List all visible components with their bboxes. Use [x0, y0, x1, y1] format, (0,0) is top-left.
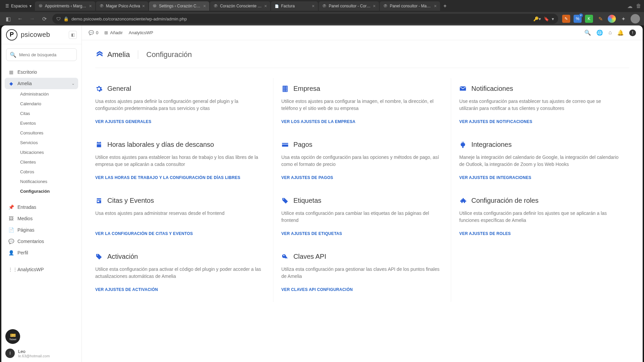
sidebar-search[interactable]: 🔍: [6, 48, 77, 61]
globe-icon[interactable]: 🌐: [596, 29, 603, 36]
sidebar-subitem[interactable]: Administración: [13, 89, 78, 99]
card-link[interactable]: VER AJUSTES DE ROLES: [459, 231, 619, 236]
profile-avatar[interactable]: [631, 14, 640, 23]
sidebar-item-pages[interactable]: 📄 Páginas: [5, 224, 78, 236]
card-description: Utilice esta configuración para activar …: [95, 266, 263, 280]
sidebar-item-desktop[interactable]: ▦ Escritorio: [5, 66, 78, 78]
tags-icon: [281, 197, 289, 204]
sidebar-item-profile[interactable]: 👤 Perfil: [5, 247, 78, 258]
card-link[interactable]: VER LA CONFIGURACIÓN DE CITAS Y EVENTOS: [95, 231, 263, 236]
rainbow-ext-icon[interactable]: [608, 15, 616, 23]
topbar-comments[interactable]: 💬 0: [89, 30, 98, 35]
brand-logo-icon: P: [6, 29, 17, 41]
address-bar[interactable]: 🛡 🔒 demo.psicoweb.co/corazonconsciente/w…: [52, 14, 558, 24]
card-link[interactable]: VER LAS HORAS DE TRABAJO Y LA CONFIGURAC…: [95, 175, 263, 180]
card-link[interactable]: VER AJUSTES DE ACTIVACIÓN: [95, 287, 263, 292]
bell-icon[interactable]: 🔔: [617, 29, 624, 36]
user-profile[interactable]: l Leo le.63@hotmail.com: [5, 349, 77, 358]
browser-tab[interactable]: ⓟPanel consultor - Corazón×: [319, 1, 379, 11]
browser-tabs: ☰ Espacios ▾ ⓌAppointments ‹ Marga Ps×ⓟM…: [0, 0, 644, 12]
close-icon[interactable]: ×: [89, 3, 92, 9]
card-link[interactable]: VER AJUSTES DE INTEGRACIONES: [459, 175, 619, 180]
search-input[interactable]: [19, 52, 75, 57]
close-icon[interactable]: ×: [373, 3, 376, 9]
card-link[interactable]: VER LOS AJUSTES DE LA EMPRESA: [281, 119, 441, 124]
trash-icon[interactable]: 🗑: [636, 3, 641, 9]
card-title: General: [107, 85, 131, 93]
percent-ext-icon[interactable]: %P: [574, 15, 582, 23]
topbar-analytics-label: AnalyticsWP: [129, 30, 153, 35]
browser-tab[interactable]: ⓌSettings ‹ Corazón Cons×: [149, 1, 209, 11]
sidebar-item-analytics[interactable]: ⋮⋮ AnalyticsWP: [5, 264, 78, 275]
marker-ext-icon[interactable]: ✎: [596, 15, 604, 23]
settings-card: Claves API Utiliza esta configuración pa…: [273, 246, 451, 302]
sidebar-subitem[interactable]: Eventos: [13, 118, 78, 128]
close-icon[interactable]: ×: [203, 3, 206, 9]
card-link[interactable]: VER CLAVES API CONFIGURACIÓN: [281, 287, 441, 292]
pen-ext-icon[interactable]: ✎: [562, 15, 570, 23]
sidebar-toggle-icon[interactable]: ◧: [4, 16, 12, 22]
settings-card: Configuración de roles Utilice esta conf…: [451, 190, 629, 246]
chevron-down-icon: ▾: [30, 4, 32, 8]
reload-button[interactable]: ⟳: [40, 16, 48, 22]
back-button[interactable]: ←: [16, 16, 24, 22]
sidebar-subitem[interactable]: Calendario: [13, 99, 78, 109]
browser-tab[interactable]: ⓟCorazón Consciente - Des×: [210, 1, 270, 11]
close-icon[interactable]: ×: [142, 3, 145, 9]
browser-tab[interactable]: ⓟMagar Psico Activa×: [96, 1, 148, 11]
close-icon[interactable]: ×: [312, 3, 315, 9]
browser-tab[interactable]: 📄Factura×: [271, 1, 318, 11]
k-ext-icon[interactable]: K: [585, 15, 593, 23]
sidebar-item-entries[interactable]: 📌 Entradas: [5, 201, 78, 213]
card-description: Usa estos ajustes para administrar reser…: [95, 210, 263, 224]
card-link[interactable]: VER AJUSTES DE ETIQUETAS: [281, 231, 441, 236]
sidebar-subitem[interactable]: Ubicaciones: [13, 147, 78, 157]
sidebar-item-comments[interactable]: 💬 Comentarios: [5, 236, 78, 247]
sidebar-subitem[interactable]: Cobros: [13, 167, 78, 177]
card-link[interactable]: VER AJUSTES GENERALES: [95, 119, 263, 124]
card-description: Utilice estos ajustes para establecer la…: [95, 154, 263, 168]
card-title: Etiquetas: [293, 197, 321, 204]
plug-icon: [459, 141, 467, 148]
card-link[interactable]: VER AJUSTES DE PAGOS: [281, 175, 441, 180]
sidebar-subitem[interactable]: Citas: [13, 109, 78, 118]
sidebar-subitem[interactable]: Clientes: [13, 157, 78, 167]
media-icon: 🖼: [8, 216, 14, 221]
plus-icon: ⊞: [104, 30, 108, 35]
bookmark-icon[interactable]: 🔖: [544, 16, 549, 21]
sidebar-subitem[interactable]: Servicios: [13, 138, 78, 147]
new-tab-button[interactable]: +: [441, 2, 449, 10]
close-icon[interactable]: ×: [434, 3, 437, 9]
chevron-down-icon[interactable]: ▾: [552, 16, 554, 21]
ticket-label: Ticket: [9, 338, 16, 341]
card-link[interactable]: VER AJUSTES DE NOTIFICACIONES: [459, 119, 619, 124]
browser-tab[interactable]: ⓌAppointments ‹ Marga Ps×: [35, 1, 95, 11]
card-title: Empresa: [293, 85, 320, 93]
home-icon[interactable]: ⌂: [608, 29, 612, 36]
tab-group-menu[interactable]: ☰ Espacios ▾: [3, 4, 34, 8]
close-icon[interactable]: ×: [264, 3, 267, 9]
browser-tab[interactable]: ⓟPanel consultor - Marga P×: [380, 1, 440, 11]
sidebar-item-label: Perfil: [17, 250, 28, 255]
cloud-icon[interactable]: ☁: [627, 3, 633, 9]
sidebar-subitem[interactable]: Configuración: [13, 186, 78, 196]
ticket-button[interactable]: 🎫 Ticket: [5, 329, 20, 344]
card-description: Utilice esta configuración para cambiar …: [281, 210, 441, 224]
lock-icon: 🔒: [63, 16, 69, 21]
brand-name: psicoweb: [21, 31, 50, 39]
sidebar-collapse-button[interactable]: ◧: [69, 31, 77, 39]
card-title: Integraciones: [471, 141, 512, 148]
sidebar-subitem[interactable]: Consultores: [13, 128, 78, 138]
info-icon[interactable]: !: [629, 29, 636, 36]
sidebar-item-media[interactable]: 🖼 Medios: [5, 213, 78, 224]
topbar-add[interactable]: ⊞ Añadir: [104, 30, 123, 35]
sidebar-subitem[interactable]: Notificaciones: [13, 177, 78, 186]
search-icon[interactable]: 🔍: [584, 29, 591, 36]
sidebar-item-amelia[interactable]: ◆ Amelia ⌄: [5, 78, 78, 89]
topbar-analytics[interactable]: AnalyticsWP: [129, 30, 153, 35]
key-badge-icon[interactable]: 🔑▾: [533, 16, 541, 21]
forward-button[interactable]: →: [28, 16, 36, 22]
card-description: Utiliza esta configuración para gestiona…: [281, 266, 441, 280]
ticket-icon: 🎫: [10, 333, 16, 338]
extensions-icon[interactable]: ✦: [619, 15, 627, 23]
